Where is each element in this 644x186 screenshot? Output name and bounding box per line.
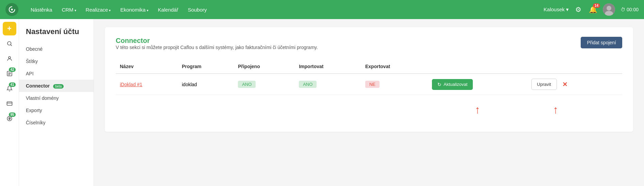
spacer-row: [116, 95, 622, 122]
connector-card: Connector V této sekci si můžete propoji…: [105, 27, 633, 132]
page-title: Nastavení účtu: [19, 25, 94, 43]
svg-point-2: [607, 6, 611, 11]
notifications-btn[interactable]: 41: [3, 82, 16, 95]
exportovat-badge: NE: [365, 81, 380, 88]
delete-button[interactable]: ✕: [560, 79, 570, 90]
svg-line-5: [11, 45, 12, 46]
sidebar-item-vlastni-domeny[interactable]: Vlastní domény: [19, 92, 94, 104]
sidebar-item-api[interactable]: API: [19, 67, 94, 80]
sidebar-item-ciselniky[interactable]: Číselníky: [19, 117, 94, 129]
col-actions1: [428, 61, 527, 74]
connector-title: Connector: [116, 37, 318, 45]
top-navigation: Nástěnka CRM▾ Realizace▾ Ekonomika▾ Kale…: [0, 0, 644, 19]
main-content: Connector V této sekci si můžete propoji…: [94, 19, 644, 186]
topnav-right: Kalousek ▾ ⚙ 🔔 14 ⏱00:00: [544, 3, 639, 16]
nav-sidebar: Nastavení účtu Obecné Štítky API Connect…: [19, 19, 94, 186]
avatar[interactable]: [603, 3, 615, 16]
svg-point-0: [11, 9, 13, 11]
settings-icon[interactable]: ⚙: [573, 4, 584, 15]
nav-soubory[interactable]: Soubory: [184, 5, 211, 15]
connector-table: Název Program Připojeno Importovat Expor…: [116, 61, 622, 122]
search-btn[interactable]: [3, 37, 16, 50]
bell-icon[interactable]: 🔔 14: [588, 4, 599, 15]
update-button[interactable]: ↻ Aktualizovat: [432, 79, 473, 90]
svg-point-4: [7, 42, 11, 45]
beta-badge: beta: [53, 84, 64, 89]
add-connection-button[interactable]: Přidat spojení: [581, 37, 622, 48]
user-menu[interactable]: Kalousek ▾: [544, 6, 569, 13]
col-nazev: Název: [116, 61, 178, 74]
col-program: Program: [178, 61, 234, 74]
sidebar-item-exporty[interactable]: Exporty: [19, 104, 94, 117]
user-btn[interactable]: [3, 52, 16, 65]
cell-connected: ANO: [234, 74, 295, 95]
arrow-up-1: ↑: [475, 104, 480, 115]
refresh-icon: ↻: [437, 82, 441, 87]
tasks-btn[interactable]: 42: [3, 67, 16, 80]
bell-badge: 14: [593, 3, 600, 8]
connector-header: Connector V této sekci si můžete propoji…: [116, 37, 622, 58]
cell-name: iDoklad #1: [116, 74, 178, 95]
sidebar-item-obecne[interactable]: Obecné: [19, 43, 94, 55]
sidebar-item-connector[interactable]: Connector beta: [19, 80, 94, 92]
nav-realizace[interactable]: Realizace▾: [82, 5, 115, 15]
idoklad-link[interactable]: iDoklad #1: [120, 82, 142, 87]
cell-update: ↻ Aktualizovat ↑: [428, 74, 527, 95]
logo[interactable]: [5, 3, 18, 16]
sidebar-item-stitky[interactable]: Štítky: [19, 55, 94, 67]
importovat-badge: ANO: [299, 81, 317, 88]
notif-badge: 41: [9, 82, 15, 87]
timer: ⏱00:00: [621, 7, 639, 12]
nav-kalendar[interactable]: Kalendář: [154, 5, 182, 15]
nav-ekonomika[interactable]: Ekonomika▾: [116, 5, 152, 15]
money-btn[interactable]: 95: [3, 112, 16, 125]
col-pripojeno: Připojeno: [234, 61, 295, 74]
col-exportovat: Exportovat: [361, 61, 428, 74]
icon-sidebar: + 42 41: [0, 19, 19, 186]
nav-links: Nástěnka CRM▾ Realizace▾ Ekonomika▾ Kale…: [27, 5, 544, 15]
connector-description: V této sekci si můžete propojit Caflou s…: [116, 45, 318, 50]
arrow-up-2: ↑: [553, 104, 558, 115]
add-btn[interactable]: +: [3, 22, 16, 35]
table-row: iDoklad #1 idoklad ANO ANO NE: [116, 74, 622, 95]
nav-nastenkta[interactable]: Nástěnka: [27, 5, 56, 15]
svg-rect-11: [7, 102, 12, 106]
col-actions2: [527, 61, 622, 74]
nav-crm[interactable]: CRM▾: [58, 5, 80, 15]
svg-point-6: [9, 57, 11, 59]
edit-button[interactable]: Upravit: [531, 79, 557, 90]
cell-edit: Upravit ✕ ↑: [527, 74, 622, 95]
tasks-badge: 42: [9, 67, 15, 72]
col-importovat: Importovat: [295, 61, 361, 74]
cell-exportovat: NE: [361, 74, 428, 95]
payment-btn[interactable]: [3, 97, 16, 110]
cell-importovat: ANO: [295, 74, 361, 95]
connected-badge: ANO: [238, 81, 256, 88]
cell-program: idoklad: [178, 74, 234, 95]
money-badge: 95: [9, 112, 15, 117]
